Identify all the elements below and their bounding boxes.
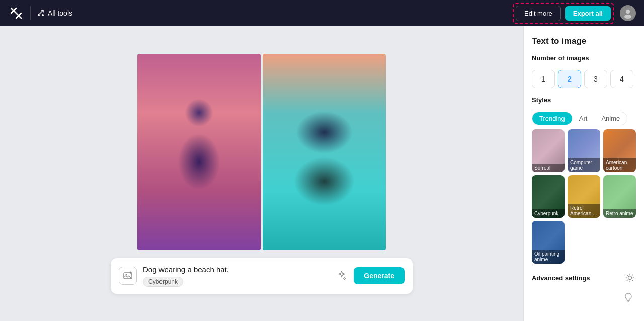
generate-button[interactable]: Generate (354, 267, 405, 284)
tab-anime[interactable]: Anime (594, 112, 627, 125)
panel-title: Text to image (532, 36, 636, 46)
number-of-images-label: Number of images (532, 54, 636, 62)
logo[interactable] (8, 5, 24, 21)
dog-image-left (137, 54, 261, 250)
style-label-cyberpunk: Cyberpunk (532, 209, 565, 218)
avatar[interactable] (620, 5, 636, 21)
number-of-images-section: Number of images 1 2 3 4 (532, 54, 636, 88)
svg-point-2 (624, 15, 631, 19)
header: All tools Edit more Export all (0, 0, 644, 26)
styles-label: Styles (532, 96, 636, 104)
bottom-hint-icon (532, 292, 636, 303)
right-panel: Text to image Number of images 1 2 3 4 S… (523, 26, 644, 321)
prompt-bar: Dog wearing a beach hat. Cyberpunk Gener… (111, 258, 413, 294)
style-item-american-cartoon[interactable]: American cartoon (603, 129, 636, 172)
magic-enhance-icon[interactable] (334, 268, 350, 284)
styles-section: Styles Trending Art Anime Surreal Comput… (532, 96, 636, 264)
add-image-button[interactable] (119, 267, 137, 285)
style-label-oil-painting-anime: Oil painting anime (532, 250, 565, 264)
canvas-area: Dog wearing a beach hat. Cyberpunk Gener… (0, 26, 523, 321)
style-tabs: Trending Art Anime (532, 112, 627, 125)
tab-art[interactable]: Art (572, 112, 595, 125)
main-layout: Dog wearing a beach hat. Cyberpunk Gener… (0, 26, 644, 321)
style-label-computer-game: Computer game (568, 158, 600, 172)
style-label-surreal: Surreal (532, 164, 565, 172)
svg-point-1 (626, 10, 630, 14)
header-actions-box: Edit more Export all (513, 3, 614, 24)
style-item-surreal[interactable]: Surreal (532, 129, 565, 172)
number-grid: 1 2 3 4 (532, 70, 636, 88)
header-tool-label: All tools (37, 9, 72, 17)
advanced-settings-row: Advanced settings (532, 272, 636, 284)
prompt-tag[interactable]: Cyberpunk (143, 277, 183, 287)
header-divider (30, 6, 31, 20)
style-label-retro-anime: Retro anime (603, 209, 636, 218)
edit-more-button[interactable]: Edit more (516, 6, 561, 21)
num-btn-3[interactable]: 3 (584, 70, 607, 88)
generated-image-2 (263, 54, 386, 250)
export-all-button[interactable]: Export all (565, 6, 611, 21)
style-item-computer-game[interactable]: Computer game (568, 129, 600, 172)
images-row (137, 54, 386, 250)
dog-image-right (263, 54, 386, 250)
style-item-oil-painting-anime[interactable]: Oil painting anime (532, 221, 565, 264)
prompt-text: Dog wearing a beach hat. (143, 265, 328, 274)
generated-image-1 (137, 54, 261, 250)
num-btn-1[interactable]: 1 (532, 70, 555, 88)
style-label-retro-american: Retro American... (568, 204, 600, 218)
tab-trending[interactable]: Trending (532, 112, 572, 125)
advanced-settings-label: Advanced settings (532, 274, 590, 282)
style-item-cyberpunk[interactable]: Cyberpunk (532, 175, 565, 218)
prompt-content: Dog wearing a beach hat. Cyberpunk (143, 265, 328, 287)
svg-point-0 (42, 14, 44, 16)
style-item-retro-american[interactable]: Retro American... (568, 175, 600, 218)
style-item-retro-anime[interactable]: Retro anime (603, 175, 636, 218)
style-grid: Surreal Computer game American cartoon C… (532, 129, 636, 264)
num-btn-4[interactable]: 4 (610, 70, 633, 88)
prompt-actions: Generate (334, 267, 405, 284)
style-label-american-cartoon: American cartoon (603, 158, 636, 172)
advanced-settings-toggle[interactable] (624, 272, 636, 284)
num-btn-2[interactable]: 2 (558, 70, 581, 88)
svg-point-4 (126, 274, 127, 276)
